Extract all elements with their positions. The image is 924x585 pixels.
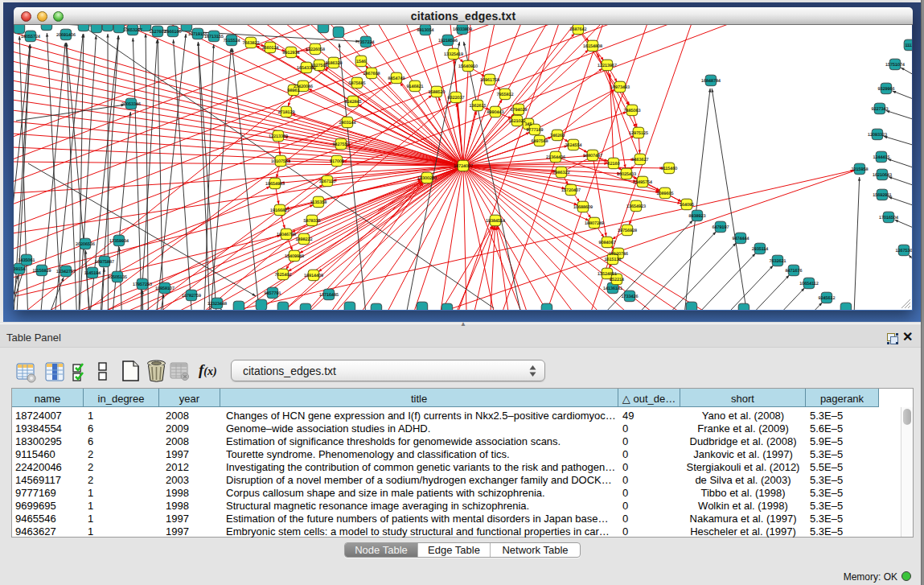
svg-text:345: 345	[525, 122, 532, 127]
svg-text:18300203: 18300203	[417, 176, 437, 181]
svg-text:7485063: 7485063	[624, 109, 641, 113]
svg-text:17957253: 17957253	[133, 282, 152, 287]
svg-text:7663822: 7663822	[243, 41, 260, 46]
svg-text:6497568: 6497568	[532, 139, 548, 144]
svg-text:17016504: 17016504	[879, 216, 898, 220]
svg-text:1135358: 1135358	[310, 200, 327, 205]
svg-text:10025433: 10025433	[617, 172, 636, 177]
svg-text:16154808: 16154808	[583, 44, 602, 49]
svg-text:13325419: 13325419	[444, 52, 463, 57]
svg-text:15409948: 15409948	[285, 254, 304, 259]
svg-text:9427552: 9427552	[333, 142, 350, 147]
svg-text:16713155: 16713155	[204, 35, 224, 39]
svg-text:18807249: 18807249	[585, 221, 604, 226]
svg-text:13524851: 13524851	[598, 272, 617, 277]
svg-text:8990443: 8990443	[487, 110, 504, 115]
svg-text:19654983: 19654983	[265, 182, 285, 187]
svg-text:9457791: 9457791	[265, 291, 281, 296]
svg-text:13495754: 13495754	[633, 180, 652, 185]
svg-text:19384554: 19384554	[486, 219, 505, 224]
svg-text:3215958: 3215958	[852, 167, 869, 172]
svg-text:1362615: 1362615	[470, 104, 487, 109]
svg-text:19218596: 19218596	[438, 39, 458, 43]
svg-text:3624554: 3624554	[565, 143, 582, 148]
svg-text:1089605: 1089605	[657, 192, 674, 196]
svg-text:746266: 746266	[550, 134, 565, 138]
svg-text:16848784: 16848784	[701, 79, 721, 84]
svg-text:98961: 98961	[288, 89, 300, 93]
svg-text:13226058: 13226058	[306, 47, 325, 52]
svg-text:2867608: 2867608	[363, 72, 380, 76]
svg-text:917006: 917006	[330, 159, 344, 164]
svg-text:21364436: 21364436	[546, 155, 565, 160]
svg-text:5878335: 5878335	[304, 219, 321, 224]
svg-text:17359934: 17359934	[109, 239, 129, 244]
svg-text:20053346: 20053346	[121, 102, 141, 107]
svg-text:9146821: 9146821	[407, 84, 424, 89]
svg-text:16914409: 16914409	[304, 274, 323, 278]
svg-text:1498222: 1498222	[296, 237, 313, 242]
svg-text:14136141: 14136141	[603, 286, 622, 291]
svg-text:1267530: 1267530	[896, 249, 913, 253]
svg-text:3660124: 3660124	[262, 46, 279, 51]
svg-text:16210643: 16210643	[873, 173, 892, 178]
svg-text:15720407: 15720407	[561, 188, 581, 193]
svg-text:6479197: 6479197	[713, 225, 729, 230]
svg-text:5875685: 5875685	[349, 81, 366, 86]
svg-text:8938923: 8938923	[689, 214, 706, 219]
svg-text:9242845: 9242845	[345, 100, 362, 105]
svg-text:16543362: 16543362	[297, 66, 316, 71]
svg-text:12323448: 12323448	[207, 302, 227, 307]
svg-text:16782759: 16782759	[182, 294, 201, 299]
svg-text:8471676: 8471676	[786, 269, 803, 274]
svg-text:1546: 1546	[356, 60, 366, 64]
svg-text:1621022: 1621022	[509, 119, 526, 124]
svg-text:9084067: 9084067	[599, 241, 616, 245]
svg-text:39154: 39154	[14, 267, 26, 272]
svg-text:7357224: 7357224	[358, 40, 375, 45]
svg-text:11156829: 11156829	[32, 269, 51, 274]
svg-text:1588520: 1588520	[429, 90, 446, 95]
svg-text:7632621: 7632621	[770, 259, 786, 264]
svg-text:9115460: 9115460	[661, 167, 678, 171]
svg-text:252214: 252214	[610, 278, 624, 282]
svg-text:16961758: 16961758	[480, 78, 499, 83]
svg-text:1145194: 1145194	[84, 271, 101, 276]
svg-text:9227343: 9227343	[872, 107, 889, 112]
svg-text:10107553: 10107553	[271, 159, 290, 164]
svg-text:8322037: 8322037	[448, 96, 465, 101]
svg-text:12975125: 12975125	[629, 131, 648, 136]
svg-text:19756928: 19756928	[618, 229, 637, 233]
svg-text:62160: 62160	[608, 162, 620, 167]
svg-text:15692911: 15692911	[873, 193, 892, 198]
svg-text:10688609: 10688609	[573, 205, 593, 210]
svg-text:2935114: 2935114	[752, 247, 769, 252]
svg-text:1112: 1112	[905, 43, 912, 48]
svg-text:16033809: 16033809	[453, 27, 472, 32]
svg-text:16046788: 16046788	[277, 233, 296, 237]
svg-text:9777169: 9777169	[527, 128, 544, 133]
svg-text:10973493: 10973493	[610, 85, 630, 90]
svg-text:2687642: 2687642	[570, 27, 587, 32]
svg-text:15640910: 15640910	[458, 64, 478, 69]
svg-text:8454749: 8454749	[388, 76, 405, 81]
svg-text:18724007: 18724007	[454, 164, 473, 169]
svg-text:1244415: 1244415	[873, 155, 890, 160]
svg-text:6794028: 6794028	[511, 108, 528, 113]
svg-text:19166827: 19166827	[270, 208, 290, 213]
svg-text:13654923: 13654923	[626, 204, 646, 209]
svg-text:3267110: 3267110	[319, 179, 336, 184]
svg-text:7955812: 7955812	[497, 93, 514, 97]
svg-text:10975887: 10975887	[95, 260, 114, 265]
svg-text:9474444: 9474444	[733, 237, 749, 241]
svg-text:6966160: 6966160	[165, 30, 182, 35]
svg-text:10654112: 10654112	[799, 282, 819, 286]
svg-text:1615132: 1615132	[605, 257, 622, 262]
svg-text:9245612: 9245612	[819, 296, 836, 301]
svg-text:15751074: 15751074	[885, 63, 905, 68]
svg-text:9329966: 9329966	[878, 87, 895, 92]
svg-text:12213369: 12213369	[269, 134, 288, 139]
svg-text:1435061: 1435061	[18, 258, 35, 263]
svg-text:7625402: 7625402	[275, 273, 292, 278]
svg-text:14055724: 14055724	[21, 35, 40, 39]
